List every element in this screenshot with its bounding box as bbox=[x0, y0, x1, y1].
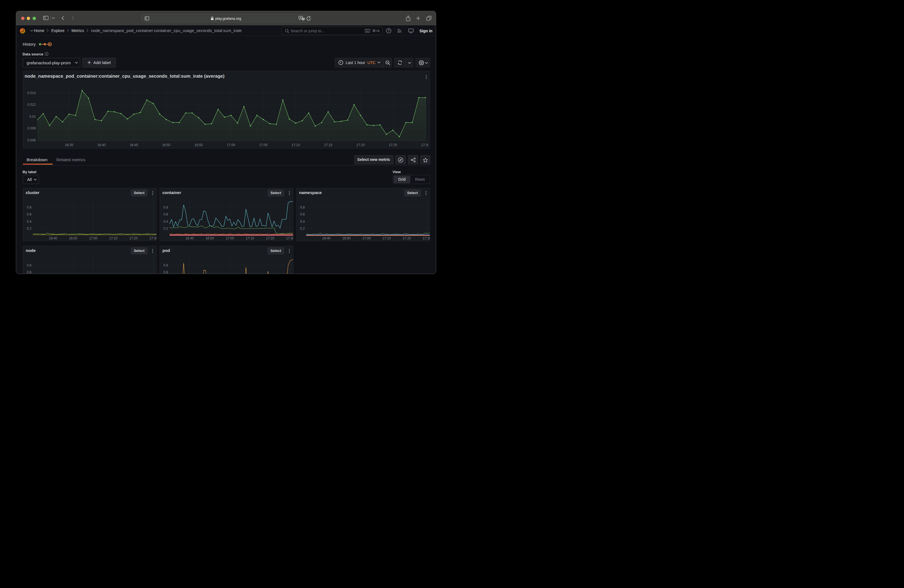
svg-text:0.4: 0.4 bbox=[27, 220, 32, 224]
svg-text:17:30: 17:30 bbox=[421, 143, 428, 147]
svg-text:17:30: 17:30 bbox=[286, 236, 293, 240]
svg-text:17:30: 17:30 bbox=[422, 236, 430, 240]
svg-text:0.6: 0.6 bbox=[163, 212, 168, 217]
svg-text:0.008: 0.008 bbox=[27, 126, 36, 130]
svg-text:文: 文 bbox=[302, 17, 305, 20]
svg-text:0.8: 0.8 bbox=[163, 263, 168, 267]
svg-text:A: A bbox=[300, 16, 302, 19]
svg-text:17:15: 17:15 bbox=[324, 143, 332, 147]
svg-text:17:20: 17:20 bbox=[356, 143, 365, 147]
svg-text:16:50: 16:50 bbox=[69, 236, 77, 240]
svg-text:0.4: 0.4 bbox=[163, 220, 168, 224]
svg-text:16:50: 16:50 bbox=[162, 143, 170, 147]
svg-text:0.6: 0.6 bbox=[27, 270, 32, 274]
svg-text:0.8: 0.8 bbox=[300, 205, 305, 209]
svg-text:17:00: 17:00 bbox=[362, 236, 370, 240]
svg-text:0.014: 0.014 bbox=[27, 91, 36, 95]
svg-text:0.006: 0.006 bbox=[27, 138, 36, 142]
svg-text:17:00: 17:00 bbox=[89, 236, 97, 240]
svg-text:0.2: 0.2 bbox=[163, 227, 168, 231]
svg-text:17:20: 17:20 bbox=[403, 236, 411, 240]
svg-text:17:10: 17:10 bbox=[382, 236, 391, 240]
svg-text:0.6: 0.6 bbox=[27, 212, 32, 217]
svg-text:16:40: 16:40 bbox=[322, 236, 330, 240]
svg-text:0.2: 0.2 bbox=[300, 227, 305, 231]
svg-text:0.4: 0.4 bbox=[300, 220, 305, 224]
svg-text:17:00: 17:00 bbox=[226, 143, 235, 147]
svg-text:0.2: 0.2 bbox=[27, 227, 32, 231]
svg-text:16:45: 16:45 bbox=[130, 143, 138, 147]
svg-text:17:25: 17:25 bbox=[389, 143, 397, 147]
svg-text:0.012: 0.012 bbox=[27, 103, 36, 107]
svg-text:17:20: 17:20 bbox=[129, 236, 137, 240]
svg-text:17:10: 17:10 bbox=[291, 143, 300, 147]
svg-text:?: ? bbox=[388, 29, 390, 32]
svg-text:16:50: 16:50 bbox=[205, 236, 214, 240]
svg-text:17:05: 17:05 bbox=[259, 143, 267, 147]
svg-text:16:50: 16:50 bbox=[342, 236, 351, 240]
svg-text:0.8: 0.8 bbox=[27, 205, 32, 209]
svg-text:17:10: 17:10 bbox=[246, 236, 254, 240]
svg-text:16:35: 16:35 bbox=[65, 143, 73, 147]
svg-text:16:40: 16:40 bbox=[185, 236, 194, 240]
svg-text:0.6: 0.6 bbox=[300, 212, 305, 217]
svg-text:0.01: 0.01 bbox=[29, 114, 36, 119]
svg-text:0.8: 0.8 bbox=[163, 205, 168, 209]
svg-text:17:30: 17:30 bbox=[149, 236, 157, 240]
svg-text:16:40: 16:40 bbox=[97, 143, 106, 147]
svg-text:17:20: 17:20 bbox=[266, 236, 274, 240]
svg-text:17:00: 17:00 bbox=[226, 236, 234, 240]
svg-text:0.8: 0.8 bbox=[27, 263, 32, 267]
svg-text:16:40: 16:40 bbox=[49, 236, 57, 240]
svg-text:17:10: 17:10 bbox=[109, 236, 117, 240]
svg-text:16:55: 16:55 bbox=[194, 143, 202, 147]
svg-text:0.6: 0.6 bbox=[163, 270, 168, 274]
